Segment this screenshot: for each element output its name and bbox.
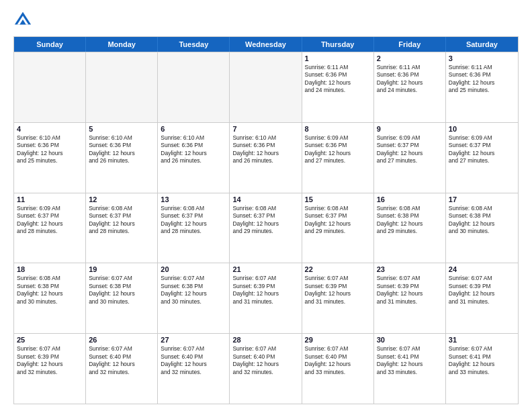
day-number: 28 bbox=[232, 336, 298, 344]
day-number: 8 bbox=[305, 125, 371, 133]
logo-icon bbox=[13, 11, 32, 30]
day-number: 31 bbox=[449, 336, 515, 344]
calendar-cell: 30Sunrise: 6:07 AM Sunset: 6:41 PM Dayli… bbox=[374, 334, 446, 404]
cell-info: Sunrise: 6:07 AM Sunset: 6:39 PM Dayligh… bbox=[377, 275, 443, 306]
calendar-cell: 29Sunrise: 6:07 AM Sunset: 6:40 PM Dayli… bbox=[302, 334, 374, 404]
cell-info: Sunrise: 6:07 AM Sunset: 6:41 PM Dayligh… bbox=[377, 345, 443, 376]
calendar-cell: 3Sunrise: 6:11 AM Sunset: 6:36 PM Daylig… bbox=[446, 52, 518, 122]
cell-info: Sunrise: 6:07 AM Sunset: 6:41 PM Dayligh… bbox=[449, 345, 515, 376]
cell-info: Sunrise: 6:09 AM Sunset: 6:37 PM Dayligh… bbox=[377, 134, 443, 165]
calendar-cell: 23Sunrise: 6:07 AM Sunset: 6:39 PM Dayli… bbox=[374, 263, 446, 333]
day-number: 20 bbox=[161, 265, 226, 273]
calendar-cell: 21Sunrise: 6:07 AM Sunset: 6:39 PM Dayli… bbox=[230, 263, 302, 333]
calendar-cell: 4Sunrise: 6:10 AM Sunset: 6:36 PM Daylig… bbox=[14, 123, 86, 193]
day-number: 10 bbox=[449, 125, 515, 133]
day-number: 15 bbox=[305, 195, 371, 203]
calendar-row-3: 18Sunrise: 6:08 AM Sunset: 6:38 PM Dayli… bbox=[14, 263, 518, 333]
weekday-header-saturday: Saturday bbox=[446, 37, 518, 52]
cell-info: Sunrise: 6:09 AM Sunset: 6:37 PM Dayligh… bbox=[449, 134, 515, 165]
calendar-cell: 27Sunrise: 6:07 AM Sunset: 6:40 PM Dayli… bbox=[158, 334, 230, 404]
day-number: 17 bbox=[449, 195, 515, 203]
cell-info: Sunrise: 6:07 AM Sunset: 6:40 PM Dayligh… bbox=[305, 345, 371, 376]
calendar-row-4: 25Sunrise: 6:07 AM Sunset: 6:39 PM Dayli… bbox=[14, 333, 518, 404]
cell-info: Sunrise: 6:08 AM Sunset: 6:37 PM Dayligh… bbox=[305, 205, 371, 236]
cell-info: Sunrise: 6:09 AM Sunset: 6:37 PM Dayligh… bbox=[17, 205, 83, 236]
day-number: 22 bbox=[305, 265, 371, 273]
calendar-cell: 11Sunrise: 6:09 AM Sunset: 6:37 PM Dayli… bbox=[14, 193, 86, 263]
day-number: 19 bbox=[89, 265, 154, 273]
calendar-cell: 7Sunrise: 6:10 AM Sunset: 6:36 PM Daylig… bbox=[230, 123, 302, 193]
calendar-cell: 8Sunrise: 6:09 AM Sunset: 6:36 PM Daylig… bbox=[302, 123, 374, 193]
day-number: 7 bbox=[232, 125, 298, 133]
cell-info: Sunrise: 6:08 AM Sunset: 6:37 PM Dayligh… bbox=[89, 205, 154, 236]
weekday-header-sunday: Sunday bbox=[14, 37, 86, 52]
day-number: 26 bbox=[89, 336, 154, 344]
day-number: 21 bbox=[232, 265, 298, 273]
calendar-row-1: 4Sunrise: 6:10 AM Sunset: 6:36 PM Daylig… bbox=[14, 122, 518, 193]
calendar-cell bbox=[14, 52, 86, 122]
calendar-body: 1Sunrise: 6:11 AM Sunset: 6:36 PM Daylig… bbox=[14, 52, 518, 404]
day-number: 16 bbox=[377, 195, 443, 203]
day-number: 3 bbox=[449, 54, 515, 62]
cell-info: Sunrise: 6:10 AM Sunset: 6:36 PM Dayligh… bbox=[232, 134, 298, 165]
calendar-cell bbox=[230, 52, 302, 122]
day-number: 25 bbox=[17, 336, 83, 344]
cell-info: Sunrise: 6:08 AM Sunset: 6:38 PM Dayligh… bbox=[17, 275, 83, 306]
cell-info: Sunrise: 6:07 AM Sunset: 6:39 PM Dayligh… bbox=[232, 275, 298, 306]
day-number: 24 bbox=[449, 265, 515, 273]
cell-info: Sunrise: 6:07 AM Sunset: 6:39 PM Dayligh… bbox=[449, 275, 515, 306]
day-number: 27 bbox=[161, 336, 226, 344]
calendar-cell: 9Sunrise: 6:09 AM Sunset: 6:37 PM Daylig… bbox=[374, 123, 446, 193]
calendar-cell: 5Sunrise: 6:10 AM Sunset: 6:36 PM Daylig… bbox=[86, 123, 158, 193]
calendar-cell: 14Sunrise: 6:08 AM Sunset: 6:37 PM Dayli… bbox=[230, 193, 302, 263]
day-number: 2 bbox=[377, 54, 443, 62]
calendar-cell: 16Sunrise: 6:08 AM Sunset: 6:38 PM Dayli… bbox=[374, 193, 446, 263]
weekday-header-wednesday: Wednesday bbox=[230, 37, 302, 52]
day-number: 29 bbox=[305, 336, 371, 344]
weekday-header-tuesday: Tuesday bbox=[158, 37, 230, 52]
day-number: 13 bbox=[161, 195, 226, 203]
cell-info: Sunrise: 6:08 AM Sunset: 6:37 PM Dayligh… bbox=[161, 205, 226, 236]
calendar-cell: 18Sunrise: 6:08 AM Sunset: 6:38 PM Dayli… bbox=[14, 263, 86, 333]
calendar-cell: 24Sunrise: 6:07 AM Sunset: 6:39 PM Dayli… bbox=[446, 263, 518, 333]
day-number: 6 bbox=[161, 125, 226, 133]
calendar-cell: 22Sunrise: 6:07 AM Sunset: 6:39 PM Dayli… bbox=[302, 263, 374, 333]
cell-info: Sunrise: 6:09 AM Sunset: 6:36 PM Dayligh… bbox=[305, 134, 371, 165]
page: SundayMondayTuesdayWednesdayThursdayFrid… bbox=[0, 0, 532, 411]
cell-info: Sunrise: 6:07 AM Sunset: 6:40 PM Dayligh… bbox=[232, 345, 298, 376]
calendar-cell: 1Sunrise: 6:11 AM Sunset: 6:36 PM Daylig… bbox=[302, 52, 374, 122]
day-number: 18 bbox=[17, 265, 83, 273]
calendar-cell: 25Sunrise: 6:07 AM Sunset: 6:39 PM Dayli… bbox=[14, 334, 86, 404]
day-number: 11 bbox=[17, 195, 83, 203]
weekday-header-friday: Friday bbox=[374, 37, 446, 52]
calendar-cell: 28Sunrise: 6:07 AM Sunset: 6:40 PM Dayli… bbox=[230, 334, 302, 404]
cell-info: Sunrise: 6:11 AM Sunset: 6:36 PM Dayligh… bbox=[377, 64, 443, 95]
logo bbox=[13, 11, 35, 30]
cell-info: Sunrise: 6:08 AM Sunset: 6:37 PM Dayligh… bbox=[232, 205, 298, 236]
cell-info: Sunrise: 6:11 AM Sunset: 6:36 PM Dayligh… bbox=[449, 64, 515, 95]
weekday-header-monday: Monday bbox=[86, 37, 158, 52]
cell-info: Sunrise: 6:07 AM Sunset: 6:40 PM Dayligh… bbox=[89, 345, 154, 376]
calendar-cell: 15Sunrise: 6:08 AM Sunset: 6:37 PM Dayli… bbox=[302, 193, 374, 263]
calendar-cell: 2Sunrise: 6:11 AM Sunset: 6:36 PM Daylig… bbox=[374, 52, 446, 122]
cell-info: Sunrise: 6:10 AM Sunset: 6:36 PM Dayligh… bbox=[89, 134, 154, 165]
day-number: 5 bbox=[89, 125, 154, 133]
calendar-cell: 26Sunrise: 6:07 AM Sunset: 6:40 PM Dayli… bbox=[86, 334, 158, 404]
cell-info: Sunrise: 6:08 AM Sunset: 6:38 PM Dayligh… bbox=[449, 205, 515, 236]
cell-info: Sunrise: 6:07 AM Sunset: 6:39 PM Dayligh… bbox=[17, 345, 83, 376]
day-number: 14 bbox=[232, 195, 298, 203]
header bbox=[13, 11, 519, 30]
cell-info: Sunrise: 6:11 AM Sunset: 6:36 PM Dayligh… bbox=[305, 64, 371, 95]
day-number: 12 bbox=[89, 195, 154, 203]
calendar-cell: 12Sunrise: 6:08 AM Sunset: 6:37 PM Dayli… bbox=[86, 193, 158, 263]
cell-info: Sunrise: 6:08 AM Sunset: 6:38 PM Dayligh… bbox=[377, 205, 443, 236]
cell-info: Sunrise: 6:10 AM Sunset: 6:36 PM Dayligh… bbox=[161, 134, 226, 165]
cell-info: Sunrise: 6:10 AM Sunset: 6:36 PM Dayligh… bbox=[17, 134, 83, 165]
calendar-header: SundayMondayTuesdayWednesdayThursdayFrid… bbox=[14, 37, 518, 52]
calendar-cell bbox=[86, 52, 158, 122]
weekday-header-thursday: Thursday bbox=[302, 37, 374, 52]
cell-info: Sunrise: 6:07 AM Sunset: 6:38 PM Dayligh… bbox=[161, 275, 226, 306]
calendar-cell: 20Sunrise: 6:07 AM Sunset: 6:38 PM Dayli… bbox=[158, 263, 230, 333]
cell-info: Sunrise: 6:07 AM Sunset: 6:38 PM Dayligh… bbox=[89, 275, 154, 306]
cell-info: Sunrise: 6:07 AM Sunset: 6:40 PM Dayligh… bbox=[161, 345, 226, 376]
